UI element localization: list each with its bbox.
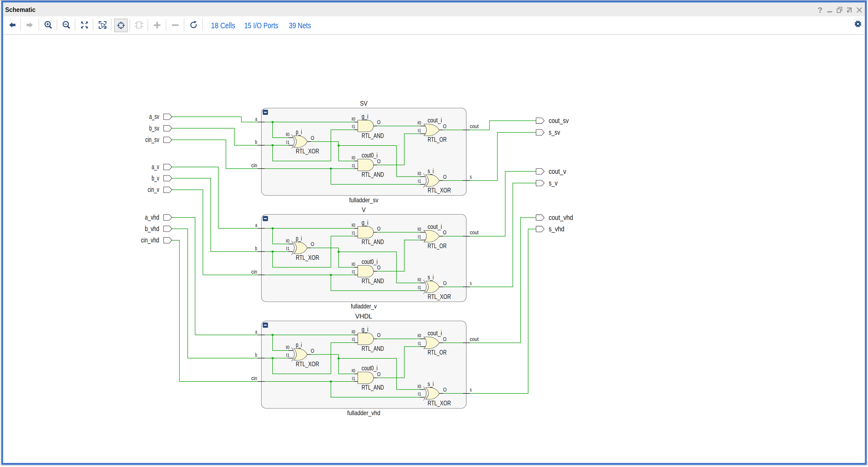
svg-text:cin_sv: cin_sv: [145, 136, 159, 143]
svg-text:fulladder_vhd: fulladder_vhd: [347, 409, 380, 416]
svg-text:s_sv: s_sv: [549, 128, 560, 136]
svg-text:cout_sv: cout_sv: [549, 117, 569, 124]
svg-text:s_vhd: s_vhd: [549, 225, 564, 233]
svg-text:Schematic: Schematic: [5, 6, 35, 13]
svg-text:15 I/O Ports: 15 I/O Ports: [244, 21, 279, 30]
svg-text:cout_vhd: cout_vhd: [549, 214, 573, 221]
svg-text:fulladder_sv: fulladder_sv: [349, 196, 378, 204]
svg-text:SV: SV: [360, 100, 368, 107]
svg-text:18 Cells: 18 Cells: [211, 21, 235, 30]
svg-text:s_v: s_v: [549, 179, 558, 187]
svg-text:b_sv: b_sv: [149, 124, 159, 132]
svg-text:39 Nets: 39 Nets: [289, 21, 311, 30]
svg-text:a_sv: a_sv: [149, 113, 159, 120]
svg-text:b_v: b_v: [152, 174, 159, 182]
svg-text:cout_v: cout_v: [549, 168, 566, 175]
svg-text:V: V: [362, 206, 366, 213]
svg-text:fulladder_v: fulladder_v: [351, 302, 377, 310]
svg-text:b_vhd: b_vhd: [145, 225, 159, 232]
svg-text:a_v: a_v: [152, 163, 159, 171]
svg-text:cin_v: cin_v: [148, 186, 159, 193]
svg-text:cin_vhd: cin_vhd: [141, 236, 159, 244]
svg-text:a_vhd: a_vhd: [145, 213, 159, 221]
svg-text:?: ?: [817, 6, 823, 14]
svg-text:VHDL: VHDL: [355, 313, 372, 320]
